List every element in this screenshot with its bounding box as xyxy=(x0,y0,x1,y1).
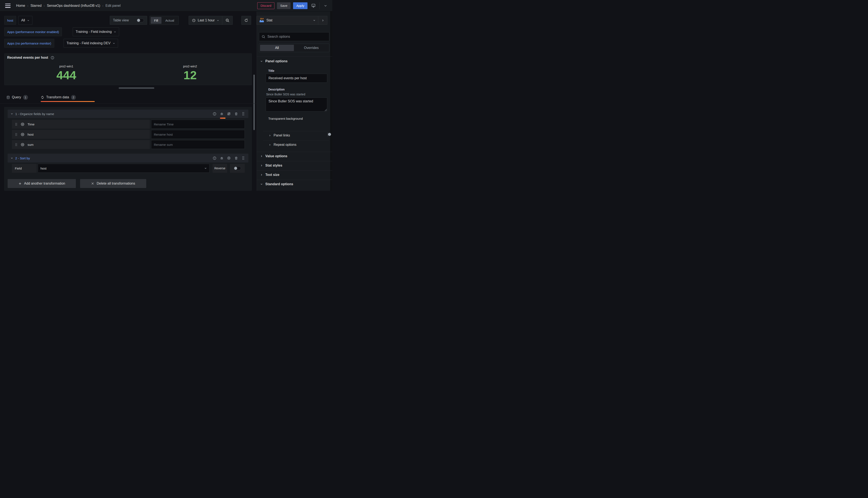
tab-overrides[interactable]: Overrides xyxy=(294,45,328,51)
chevron-down-icon xyxy=(217,19,219,22)
tab-transform-count: 2 xyxy=(71,95,76,100)
refresh-button[interactable] xyxy=(241,16,251,25)
scrollbar-track[interactable] xyxy=(330,11,332,191)
breadcrumb: Home › Starred › SenseOps dashboard (Inf… xyxy=(16,4,121,8)
rename-host-input[interactable] xyxy=(151,130,245,139)
tab-transform-data[interactable]: Transform data 2 xyxy=(41,94,76,101)
add-transformation-button[interactable]: Add another transformation xyxy=(8,179,76,188)
section-standard-options[interactable]: Standard options xyxy=(260,182,293,186)
breadcrumb-home[interactable]: Home xyxy=(16,4,25,8)
stat-value: 444 xyxy=(56,69,76,81)
sort-field-select[interactable]: host xyxy=(38,164,210,173)
debug-icon[interactable] xyxy=(220,156,224,160)
drag-handle-icon[interactable] xyxy=(15,133,17,136)
close-icon xyxy=(91,182,94,185)
time-range-picker[interactable]: Last 1 hour xyxy=(189,16,222,25)
info-icon[interactable] xyxy=(212,156,216,160)
divider xyxy=(263,131,329,131)
drag-handle-icon[interactable] xyxy=(241,156,246,160)
add-transformation-label: Add another transformation xyxy=(24,182,65,185)
transform2-header[interactable]: 2 - Sort by xyxy=(8,154,248,162)
collapse-options-icon[interactable] xyxy=(318,16,327,25)
breadcrumb-separator: › xyxy=(44,4,45,8)
divider xyxy=(0,103,257,104)
field-row-time: Time xyxy=(12,120,150,129)
reverse-label: Reverse xyxy=(214,167,225,170)
description-helper: Since Butler SOS was started xyxy=(266,93,305,96)
chevron-down-icon[interactable] xyxy=(322,2,329,9)
tab-all[interactable]: All xyxy=(260,45,294,51)
transform1-title: 1 - Organize fields by name xyxy=(15,112,54,116)
debug-icon[interactable] xyxy=(220,112,224,116)
transform1-header[interactable]: 1 - Organize fields by name xyxy=(8,109,248,118)
chevron-down-icon xyxy=(27,19,29,22)
section-value-options-label: Value options xyxy=(265,154,287,158)
options-tabs: All Overrides xyxy=(259,44,329,52)
table-view-control: Table view xyxy=(110,16,147,25)
panel-title-input[interactable] xyxy=(266,74,327,83)
save-button[interactable]: Save xyxy=(277,2,291,9)
section-stat-styles-label: Stat styles xyxy=(265,163,282,167)
info-icon[interactable] xyxy=(212,112,216,116)
table-view-toggle[interactable] xyxy=(137,18,144,22)
drag-handle-icon[interactable] xyxy=(15,122,17,126)
title-label: Title xyxy=(268,69,274,73)
resize-handle[interactable] xyxy=(325,109,327,111)
apply-button[interactable]: Apply xyxy=(293,2,307,9)
fill-segment[interactable]: Fill xyxy=(151,17,161,24)
visualization-picker[interactable]: 12.4 Stat xyxy=(257,16,327,25)
transparent-background-toggle[interactable] xyxy=(328,132,328,136)
tv-mode-icon[interactable] xyxy=(310,2,317,9)
section-panel-options[interactable]: Panel options xyxy=(260,59,288,63)
delete-all-transformations-button[interactable]: Delete all transformations xyxy=(80,179,146,188)
variable-apps1-label[interactable]: Apps (performance monitor enabled) xyxy=(4,27,62,36)
eye-icon[interactable] xyxy=(21,143,25,147)
variable-apps1-select[interactable]: Training - Field indexing xyxy=(73,27,119,36)
stat-item: pro2-win1 444 xyxy=(4,62,128,83)
trash-icon[interactable] xyxy=(234,156,238,160)
search-options-input[interactable] xyxy=(267,35,327,39)
stat-label: pro2-win2 xyxy=(183,64,197,68)
section-panel-links[interactable]: Panel links xyxy=(269,133,290,137)
chevron-down-icon[interactable] xyxy=(11,157,13,159)
rename-time-input[interactable] xyxy=(151,120,245,129)
panel-description-textarea[interactable]: Since Butler SOS was started xyxy=(266,97,327,112)
info-icon[interactable] xyxy=(51,56,54,60)
search-icon xyxy=(262,35,265,39)
actual-segment[interactable]: Actual xyxy=(162,17,177,24)
variable-host-label[interactable]: host xyxy=(4,16,16,25)
reverse-toggle[interactable] xyxy=(234,166,241,170)
section-repeat-options[interactable]: Repeat options xyxy=(269,143,297,147)
description-label: Description xyxy=(268,88,285,91)
chevron-right-icon xyxy=(260,173,263,176)
chevron-down-icon[interactable] xyxy=(11,113,13,115)
variable-apps2-label[interactable]: Apps (no performance monitor) xyxy=(4,39,54,48)
breadcrumb-dashboard[interactable]: SenseOps dashboard (InfluxDB v1) xyxy=(47,4,100,8)
variable-apps2-select[interactable]: Training - Field indexing DEV xyxy=(64,39,118,48)
tab-query[interactable]: Query 1 xyxy=(6,94,28,101)
section-stat-styles[interactable]: Stat styles xyxy=(260,163,282,167)
trash-icon[interactable] xyxy=(234,112,238,116)
section-panel-options-label: Panel options xyxy=(265,59,288,63)
eye-icon[interactable] xyxy=(21,122,25,126)
eye-off-icon[interactable] xyxy=(227,112,231,116)
drag-handle-icon[interactable] xyxy=(15,143,17,146)
section-value-options[interactable]: Value options xyxy=(260,154,287,158)
eye-icon[interactable] xyxy=(21,132,25,136)
section-text-size[interactable]: Text size xyxy=(260,173,279,177)
discard-button[interactable]: Discard xyxy=(257,2,274,9)
panel-resize-handle[interactable] xyxy=(119,87,154,89)
breadcrumb-starred[interactable]: Starred xyxy=(30,4,41,8)
eye-icon[interactable] xyxy=(227,156,231,160)
search-options-box xyxy=(259,32,329,41)
sort-field-label: Field xyxy=(15,167,22,170)
breadcrumb-separator: › xyxy=(27,4,28,8)
scrollbar[interactable] xyxy=(253,75,255,130)
tab-transform-label: Transform data xyxy=(46,95,69,99)
variable-host-select[interactable]: All xyxy=(18,16,32,25)
rename-sum-input[interactable] xyxy=(151,140,245,149)
menu-icon[interactable] xyxy=(5,4,11,8)
zoom-out-icon[interactable] xyxy=(222,16,233,25)
breadcrumb-edit-panel: Edit panel xyxy=(106,4,121,8)
drag-handle-icon[interactable] xyxy=(241,112,246,116)
